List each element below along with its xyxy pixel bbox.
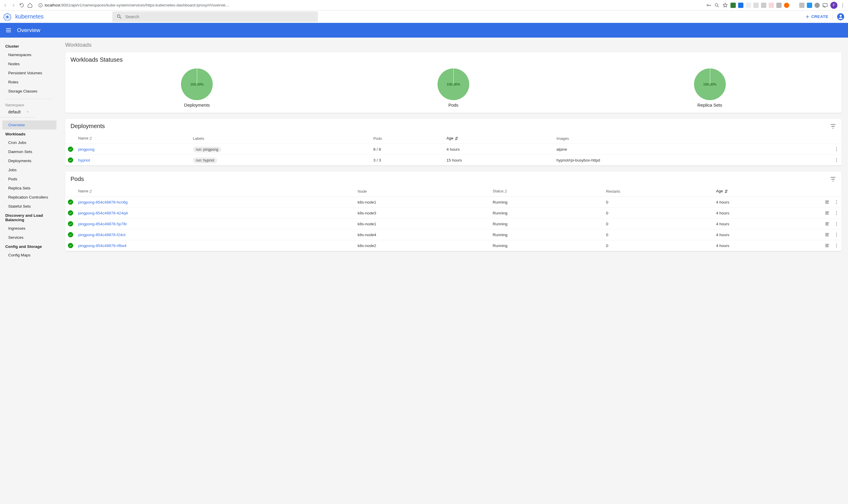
sidebar-item-cluster-3[interactable]: Roles — [0, 77, 59, 87]
col-name[interactable]: Name⇵ — [76, 186, 355, 197]
kebab-icon[interactable] — [834, 221, 839, 227]
sidebar-item-cluster-4[interactable]: Storage Classes — [0, 87, 59, 96]
logs-icon[interactable] — [825, 199, 830, 205]
extension-icon[interactable] — [807, 3, 812, 8]
svg-point-2 — [715, 3, 718, 6]
page-header: Overview — [0, 23, 848, 38]
pod-link[interactable]: pingpong-854c49878-f24nl — [78, 233, 125, 237]
col-status[interactable]: Status⇵ — [490, 186, 604, 197]
pie-chart: 100.00% — [181, 68, 213, 100]
svg-point-27 — [836, 211, 837, 212]
extension-icon[interactable] — [792, 3, 797, 8]
col-node[interactable]: Node — [355, 186, 490, 197]
search-box[interactable] — [112, 12, 318, 22]
forward-icon[interactable] — [11, 2, 16, 8]
col-name[interactable]: Name⇵ — [76, 133, 191, 144]
sidebar-item-discovery-0[interactable]: Ingresses — [0, 224, 59, 233]
col-pods[interactable]: Pods — [371, 133, 444, 144]
filter-icon[interactable] — [830, 123, 836, 129]
sidebar-item-workload-1[interactable]: Daemon Sets — [0, 147, 59, 156]
extension-icon[interactable] — [761, 3, 766, 8]
user-account-icon[interactable] — [837, 13, 845, 21]
kebab-icon[interactable] — [834, 199, 839, 205]
url-path: :8001/api/v1/namespaces/kube-system/serv… — [60, 3, 229, 7]
breadcrumb: Workloads — [65, 42, 842, 48]
sidebar-item-cluster-2[interactable]: Persistent Volumes — [0, 68, 59, 77]
profile-avatar[interactable]: F — [830, 2, 837, 9]
statuses-title: Workloads Statuses — [71, 56, 123, 63]
status-value: Running — [490, 240, 604, 251]
search-input[interactable] — [125, 14, 314, 19]
sidebar-item-overview[interactable]: Overview — [2, 121, 56, 129]
extension-icon[interactable] — [814, 3, 820, 8]
extension-icon[interactable] — [768, 3, 774, 8]
app-topbar: kubernetes CREATE — [0, 11, 848, 23]
extension-icon[interactable] — [730, 3, 736, 8]
brand-title: kubernetes — [15, 13, 43, 20]
age-value: 15 hours — [444, 155, 554, 166]
status-pie: 100.00%Replica Sets — [694, 68, 726, 108]
deployment-link[interactable]: pingpong — [78, 147, 94, 151]
kebab-icon[interactable] — [834, 210, 839, 216]
logs-icon[interactable] — [825, 221, 830, 227]
key-icon[interactable] — [706, 2, 712, 8]
node-value: k8s-node2 — [355, 240, 490, 251]
sidebar-item-discovery-1[interactable]: Services — [0, 233, 59, 242]
col-age[interactable]: Age ⇵ — [444, 133, 554, 144]
restarts-value: 0 — [603, 218, 714, 229]
sidebar-item-workload-4[interactable]: Pods — [0, 175, 59, 184]
svg-point-33 — [836, 233, 837, 234]
kebab-icon[interactable] — [834, 243, 839, 248]
node-value: k8s-node1 — [355, 197, 490, 208]
extension-icon[interactable] — [746, 3, 751, 8]
deployment-link[interactable]: hypriot — [78, 158, 90, 162]
col-restarts[interactable]: Restarts — [603, 186, 714, 197]
kebab-icon[interactable] — [834, 158, 839, 163]
back-icon[interactable] — [2, 2, 8, 8]
pod-link[interactable]: pingpong-854c49878-hcn6g — [78, 200, 127, 204]
menu-icon[interactable] — [5, 27, 12, 34]
reload-icon[interactable] — [19, 2, 25, 8]
col-labels[interactable]: Labels — [191, 133, 371, 144]
age-value: 4 hours — [714, 218, 818, 229]
pod-link[interactable]: pingpong-854c49878-rf6w4 — [78, 244, 126, 248]
extension-icon[interactable] — [738, 3, 743, 8]
pods-count: 3 / 3 — [371, 155, 444, 166]
extension-icon[interactable] — [754, 3, 759, 8]
star-icon[interactable] — [722, 2, 728, 8]
sidebar-item-workload-0[interactable]: Cron Jobs — [0, 138, 59, 147]
sidebar-item-workload-5[interactable]: Replica Sets — [0, 184, 59, 193]
logs-icon[interactable] — [825, 210, 830, 216]
sidebar-item-workload-3[interactable]: Jobs — [0, 165, 59, 175]
pod-link[interactable]: pingpong-854c49878-5p76r — [78, 222, 127, 226]
sidebar-item-workload-7[interactable]: Stateful Sets — [0, 202, 59, 211]
col-age[interactable]: Age ⇵ — [714, 186, 818, 197]
status-label: Pods — [448, 103, 458, 108]
check-icon — [68, 243, 73, 248]
extension-icon[interactable] — [784, 3, 789, 8]
url-bar[interactable]: localhost:8001/api/v1/namespaces/kube-sy… — [35, 3, 703, 7]
kebab-icon[interactable] — [834, 147, 839, 152]
col-images[interactable]: Images — [554, 133, 818, 144]
browser-menu-icon[interactable] — [840, 2, 846, 8]
pods-table: Name⇵ Node Status⇵ Restarts Age ⇵ pingpo… — [65, 186, 842, 251]
logs-icon[interactable] — [825, 243, 830, 248]
cast-icon[interactable] — [822, 2, 828, 8]
restarts-value: 0 — [603, 208, 714, 218]
url-host: localhost — [45, 3, 60, 7]
sidebar-item-cluster-0[interactable]: Namespaces — [0, 50, 59, 59]
sidebar-item-cluster-1[interactable]: Nodes — [0, 59, 59, 68]
sidebar-item-workload-6[interactable]: Replication Controllers — [0, 193, 59, 202]
extension-icon[interactable] — [776, 3, 782, 8]
logs-icon[interactable] — [825, 232, 830, 237]
extension-icon[interactable] — [799, 3, 805, 8]
home-icon[interactable] — [27, 2, 33, 8]
filter-icon[interactable] — [830, 176, 836, 182]
namespace-selector[interactable]: default — [0, 108, 35, 118]
kebab-icon[interactable] — [834, 232, 839, 237]
create-button[interactable]: CREATE — [805, 14, 828, 19]
zoom-icon[interactable] — [714, 2, 720, 8]
sidebar-item-workload-2[interactable]: Deployments — [0, 156, 59, 165]
sidebar-item-config-0[interactable]: Config Maps — [0, 251, 59, 259]
pod-link[interactable]: pingpong-854c49878-424q4 — [78, 211, 128, 215]
